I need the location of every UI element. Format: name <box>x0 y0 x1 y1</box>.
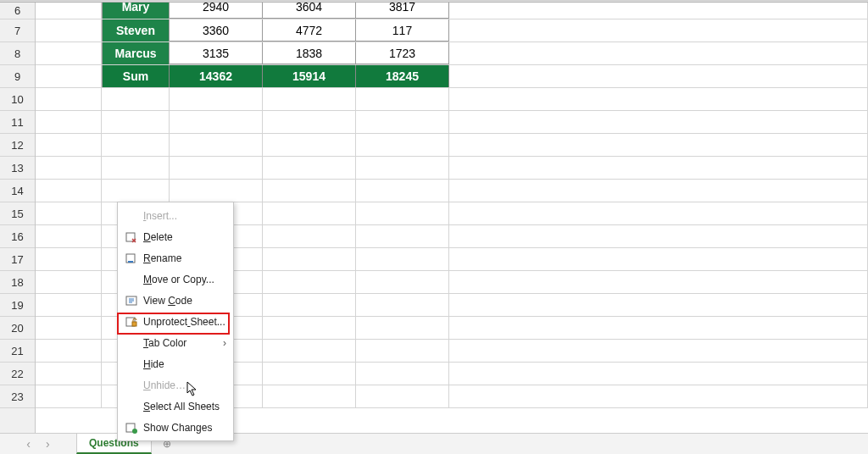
cell[interactable] <box>36 134 102 156</box>
row-header[interactable]: 9 <box>0 65 35 88</box>
cell[interactable] <box>263 88 356 110</box>
menu-item-tab-color[interactable]: Tab Color <box>118 332 233 353</box>
data-cell[interactable]: 1723 <box>356 42 449 64</box>
menu-item-delete[interactable]: Delete <box>118 226 233 247</box>
row-header[interactable]: 14 <box>0 180 35 202</box>
menu-item-select-all-sheets[interactable]: Select All Sheets <box>118 396 233 417</box>
cell[interactable] <box>449 180 868 202</box>
cell[interactable] <box>449 271 868 293</box>
cell[interactable] <box>449 202 868 224</box>
cell[interactable] <box>36 225 102 247</box>
cell[interactable] <box>263 340 356 362</box>
row-header[interactable]: 15 <box>0 202 35 225</box>
cell[interactable] <box>263 157 356 179</box>
menu-item-insert[interactable]: Insert... <box>118 205 233 226</box>
cell[interactable] <box>36 294 102 316</box>
cell[interactable] <box>36 340 102 362</box>
cell[interactable] <box>36 271 102 293</box>
cell[interactable] <box>356 202 449 224</box>
menu-item-rename[interactable]: Rename <box>118 247 233 269</box>
row-header[interactable]: 16 <box>0 225 35 248</box>
data-cell[interactable]: 3360 <box>170 19 263 42</box>
cell[interactable] <box>36 317 102 339</box>
cell[interactable] <box>36 385 102 407</box>
cell[interactable] <box>263 271 356 293</box>
row-header[interactable]: 13 <box>0 157 35 180</box>
cell[interactable] <box>356 340 449 362</box>
cell[interactable] <box>449 225 868 247</box>
cell[interactable] <box>449 157 868 179</box>
row-label-cell[interactable]: Steven <box>102 19 170 42</box>
cell[interactable] <box>36 248 102 270</box>
cell[interactable] <box>102 157 170 179</box>
data-cell[interactable]: 3135 <box>170 42 263 64</box>
row-header[interactable]: 22 <box>0 363 35 385</box>
row-header[interactable]: 11 <box>0 111 35 134</box>
cell[interactable] <box>356 134 449 156</box>
cell[interactable] <box>36 111 102 133</box>
tab-nav-next-icon[interactable]: › <box>46 437 50 451</box>
cell[interactable] <box>263 134 356 156</box>
cell[interactable] <box>263 294 356 316</box>
menu-item-unprotect-sheet[interactable]: Unprotect Sheet... <box>118 311 233 332</box>
menu-item-view-code[interactable]: View Code <box>118 290 233 311</box>
cell[interactable] <box>356 225 449 247</box>
cell[interactable] <box>263 363 356 385</box>
cell[interactable] <box>449 3 868 19</box>
tab-nav-prev-icon[interactable]: ‹ <box>26 437 31 451</box>
menu-item-show-changes[interactable]: Show Changes <box>118 417 233 438</box>
cell[interactable] <box>449 248 868 270</box>
cell[interactable] <box>356 271 449 293</box>
cell[interactable] <box>36 65 102 87</box>
cell[interactable] <box>356 363 449 385</box>
cell[interactable] <box>263 248 356 270</box>
cell[interactable] <box>356 180 449 202</box>
row-header[interactable]: 10 <box>0 88 35 111</box>
sum-cell[interactable]: 14362 <box>170 65 263 87</box>
cell[interactable] <box>263 317 356 339</box>
cell[interactable] <box>356 317 449 339</box>
cell[interactable] <box>449 65 868 87</box>
cell[interactable] <box>36 3 102 19</box>
menu-item-move-or-copy[interactable]: Move or Copy... <box>118 269 233 290</box>
row-header[interactable]: 17 <box>0 248 35 271</box>
data-cell[interactable]: 4772 <box>263 19 356 42</box>
row-label-cell[interactable]: Marcus <box>102 42 170 64</box>
cell[interactable] <box>449 363 868 385</box>
cell[interactable] <box>102 134 170 156</box>
cell[interactable] <box>263 111 356 133</box>
cell[interactable] <box>356 157 449 179</box>
cell[interactable] <box>102 88 170 110</box>
row-header[interactable]: 6 <box>0 3 35 19</box>
cell[interactable] <box>449 42 868 64</box>
row-header[interactable]: 23 <box>0 385 35 408</box>
cell[interactable] <box>449 385 868 407</box>
cell[interactable] <box>170 111 263 133</box>
cell[interactable] <box>170 134 263 156</box>
data-cell[interactable]: 3817 <box>356 3 449 19</box>
cell[interactable] <box>36 88 102 110</box>
cell[interactable] <box>102 111 170 133</box>
data-cell[interactable]: 2940 <box>170 3 263 19</box>
row-label-cell[interactable]: Mary <box>102 3 170 19</box>
cell[interactable] <box>449 317 868 339</box>
cell[interactable] <box>263 180 356 202</box>
cell[interactable] <box>356 88 449 110</box>
menu-item-hide[interactable]: Hide <box>118 353 233 374</box>
cell[interactable] <box>36 180 102 202</box>
cell[interactable] <box>36 157 102 179</box>
row-header[interactable]: 21 <box>0 340 35 363</box>
cell[interactable] <box>170 157 263 179</box>
data-cell[interactable]: 3604 <box>263 3 356 19</box>
row-header[interactable]: 18 <box>0 271 35 294</box>
cell[interactable] <box>170 180 263 202</box>
cell[interactable] <box>449 340 868 362</box>
cell[interactable] <box>449 88 868 110</box>
sum-cell[interactable]: 18245 <box>356 65 449 87</box>
cell[interactable] <box>356 294 449 316</box>
cell[interactable] <box>356 248 449 270</box>
row-header[interactable]: 8 <box>0 42 35 65</box>
row-header[interactable]: 19 <box>0 294 35 317</box>
cell[interactable] <box>449 294 868 316</box>
cell[interactable] <box>36 202 102 224</box>
